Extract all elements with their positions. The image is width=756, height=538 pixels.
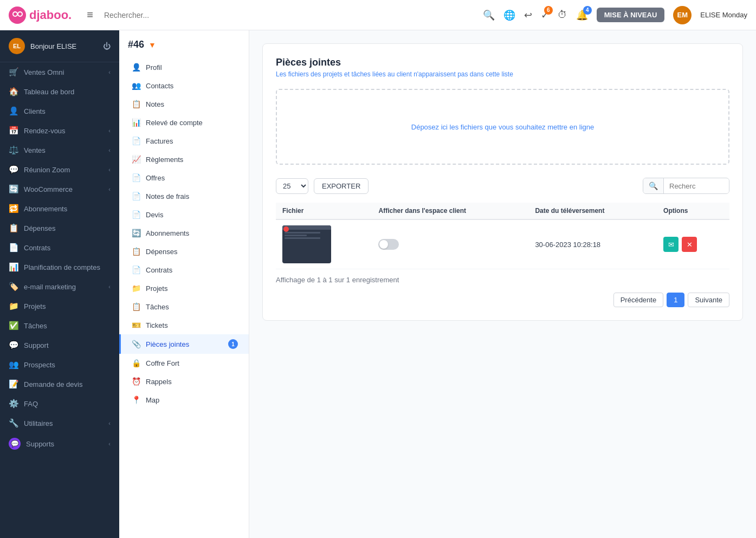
detail-nav-item-label: Factures [146, 137, 173, 145]
export-button[interactable]: EXPORTER [314, 178, 369, 194]
content-card: Pièces jointes Les fichiers des projets … [262, 43, 743, 321]
notifications-button[interactable]: 🔔 4 [576, 9, 588, 21]
next-page-button[interactable]: Suivante [688, 293, 729, 307]
table-search-input[interactable] [664, 179, 729, 193]
sidebar-item-label: Tâches [24, 322, 111, 330]
faq-icon: ⚙️ [9, 399, 18, 409]
upload-date-cell: 30-06-2023 10:28:18 [528, 219, 657, 269]
detail-nav-header: #46 ▼ [119, 39, 249, 58]
record-id: #46 [128, 39, 144, 50]
dropdown-icon[interactable]: ▼ [148, 41, 156, 49]
search-button[interactable]: 🔍 [483, 9, 495, 21]
arrow-icon: ‹ [108, 127, 111, 134]
notes-frais-icon: 📄 [132, 192, 140, 200]
factures-icon: 📄 [132, 137, 140, 145]
search-bar[interactable] [104, 9, 288, 22]
sidebar-item-planification[interactable]: 📊 Planification de comptes [0, 257, 119, 277]
sidebar-item-support[interactable]: 💬 Support [0, 335, 119, 355]
ventes-omni-icon: 🛒 [9, 67, 18, 77]
detail-nav-item-taches[interactable]: 📋 Tâches [119, 297, 249, 316]
detail-nav-item-label: Map [146, 396, 159, 404]
sidebar-item-abonnements[interactable]: 🔁 Abonnements [0, 199, 119, 218]
sidebar-item-ventes-omni[interactable]: 🛒 Ventes Omni ‹ [0, 62, 119, 82]
sidebar-item-label: e-mail marketing [24, 283, 103, 291]
detail-nav-item-profil[interactable]: 👤 Profil [119, 58, 249, 76]
utilitaires-icon: 🔧 [9, 418, 18, 428]
prev-page-button[interactable]: Précédente [613, 293, 664, 307]
sidebar-item-clients[interactable]: 👤 Clients [0, 101, 119, 121]
detail-nav-item-coffre-fort[interactable]: 🔒 Coffre Fort [119, 354, 249, 372]
sidebar-item-projets[interactable]: 📁 Projets [0, 296, 119, 316]
tasks-button[interactable]: ✓ 6 [541, 9, 549, 21]
content-area: #46 ▼ 👤 Profil 👥 Contacts 📋 Notes 📊 Rele… [119, 30, 756, 538]
detail-nav-item-contrats[interactable]: 📄 Contrats [119, 261, 249, 279]
delete-file-button[interactable]: ✕ [682, 237, 697, 252]
detail-nav-item-depenses[interactable]: 📋 Dépenses [119, 242, 249, 261]
sidebar-item-tableau-de-bord[interactable]: 🏠 Tableau de bord [0, 82, 119, 101]
map-icon: 📍 [132, 396, 140, 404]
share-button[interactable]: ↩ [524, 9, 532, 21]
detail-nav-item-rappels[interactable]: ⏰ Rappels [119, 372, 249, 391]
detail-nav-item-pieces-jointes[interactable]: 📎 Pièces jointes 1 [119, 334, 249, 354]
avatar: EM [673, 6, 692, 24]
upgrade-button[interactable]: MISE À NIVEAU [597, 8, 665, 22]
pieces-jointes-badge: 1 [228, 339, 238, 349]
sidebar-item-contrats[interactable]: 📄 Contrats [0, 238, 119, 257]
svg-point-4 [18, 12, 22, 16]
main-layout: EL Bonjour ELISE ⏻ 🛒 Ventes Omni ‹ 🏠 Tab… [0, 30, 756, 538]
sidebar-item-label: Contrats [24, 244, 111, 252]
reunion-zoom-icon: 💬 [9, 165, 18, 174]
sidebar-item-woocommerce[interactable]: 🔄 WooCommerce ‹ [0, 179, 119, 199]
search-input[interactable] [104, 9, 288, 22]
sidebar-item-email-marketing[interactable]: 🏷️ e-mail marketing ‹ [0, 277, 119, 296]
tickets-icon: 🎫 [132, 321, 140, 329]
projets-icon: 📁 [9, 301, 18, 311]
detail-nav-item-tickets[interactable]: 🎫 Tickets [119, 316, 249, 334]
page-title: Pièces jointes [276, 57, 729, 68]
sidebar-item-rendez-vous[interactable]: 📅 Rendez-vous ‹ [0, 121, 119, 140]
detail-nav-item-notes-de-frais[interactable]: 📄 Notes de frais [119, 187, 249, 205]
table-search-icon: 🔍 [643, 178, 664, 193]
rows-per-page-select[interactable]: 25 10 50 100 [276, 178, 308, 194]
detail-nav-item-releve-de-compte[interactable]: 📊 Relevé de compte [119, 113, 249, 132]
drop-zone[interactable]: Déposez ici les fichiers que vous souhai… [276, 89, 729, 165]
sidebar-item-faq[interactable]: ⚙️ FAQ [0, 394, 119, 413]
sidebar-item-demande-de-devis[interactable]: 📝 Demande de devis [0, 374, 119, 394]
detail-nav-item-offres[interactable]: 📄 Offres [119, 168, 249, 187]
sidebar-item-prospects[interactable]: 👥 Prospects [0, 355, 119, 374]
user-name: ELISE Monday [700, 11, 747, 19]
sidebar-item-reunion-zoom[interactable]: 💬 Réunion Zoom ‹ [0, 160, 119, 179]
detail-nav-item-projets[interactable]: 📁 Projets [119, 279, 249, 297]
clock-button[interactable]: ⏱ [558, 9, 567, 21]
clients-icon: 👤 [9, 106, 18, 116]
detail-nav-item-map[interactable]: 📍 Map [119, 391, 249, 409]
detail-nav-item-notes[interactable]: 📋 Notes [119, 95, 249, 113]
detail-nav-item-contacts[interactable]: 👥 Contacts [119, 76, 249, 95]
sidebar-item-label: Demande de devis [24, 380, 111, 388]
hamburger-icon[interactable]: ≡ [87, 9, 93, 21]
detail-nav-item-abonnements[interactable]: 🔄 Abonnements [119, 224, 249, 242]
notes-icon: 📋 [132, 100, 140, 108]
detail-nav-item-label: Dépenses [146, 248, 178, 256]
detail-nav-item-devis[interactable]: 📄 Devis [119, 205, 249, 224]
power-icon[interactable]: ⏻ [103, 42, 111, 50]
current-page-button[interactable]: 1 [667, 293, 684, 307]
arrow-icon: ‹ [108, 440, 111, 447]
detail-nav-item-factures[interactable]: 📄 Factures [119, 132, 249, 150]
email-marketing-icon: 🏷️ [9, 282, 18, 291]
detail-nav-item-label: Pièces jointes [146, 340, 189, 348]
sidebar-item-supports[interactable]: 💬 Supports ‹ [0, 433, 119, 455]
profil-icon: 👤 [132, 63, 140, 72]
detail-nav-item-reglements[interactable]: 📈 Règlements [119, 150, 249, 168]
sidebar-item-depenses[interactable]: 📋 Dépenses [0, 218, 119, 238]
sidebar-item-utilitaires[interactable]: 🔧 Utilitaires ‹ [0, 413, 119, 433]
email-file-button[interactable]: ✉ [663, 237, 679, 252]
sidebar-item-ventes[interactable]: ⚖️ Ventes ‹ [0, 140, 119, 160]
globe-button[interactable]: 🌐 [503, 9, 515, 21]
sidebar-item-taches[interactable]: ✅ Tâches [0, 316, 119, 335]
sidebar-item-label: Support [24, 341, 111, 349]
show-in-client-toggle[interactable] [378, 239, 399, 250]
sidebar-item-label: Ventes [24, 146, 103, 154]
arrow-icon: ‹ [108, 69, 111, 75]
detail-nav-item-label: Profil [146, 63, 162, 72]
